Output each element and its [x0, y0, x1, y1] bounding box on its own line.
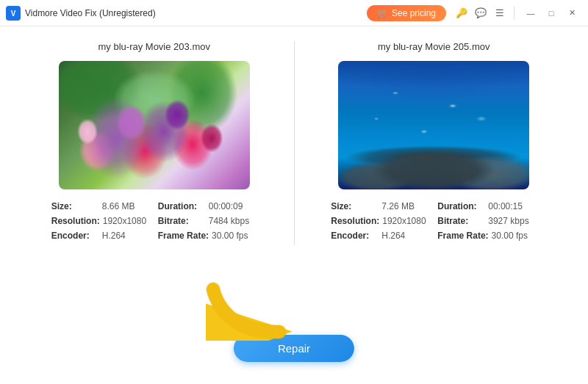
- right-encoder-label: Encoder:: [331, 231, 379, 241]
- left-framerate-label: Frame Rate:: [158, 231, 209, 241]
- left-info-row-1: Size: 8.66 MB Duration: 00:00:09: [51, 201, 257, 211]
- svg-text:V: V: [11, 10, 16, 18]
- left-info-row-3: Encoder: H.264 Frame Rate: 30.00 fps: [51, 231, 257, 241]
- video-panels: my blu-ray Movie 203.mov Size: 8.66 MB D…: [29, 41, 559, 245]
- left-framerate-cell: Frame Rate: 30.00 fps: [158, 231, 257, 241]
- key-icon[interactable]: 🔑: [453, 5, 470, 21]
- flowers-image: [59, 61, 250, 189]
- right-video-title: my blu-ray Movie 205.mov: [378, 41, 490, 52]
- left-encoder-label: Encoder:: [51, 231, 99, 241]
- pricing-button[interactable]: 🛒 See pricing: [367, 5, 446, 21]
- left-video-title: my blu-ray Movie 203.mov: [98, 41, 210, 52]
- divider: [514, 7, 514, 20]
- right-resolution-cell: Resolution: 1920x1080: [331, 216, 430, 226]
- left-duration-label: Duration:: [158, 201, 206, 211]
- arrow-container: [206, 282, 301, 344]
- left-duration-cell: Duration: 00:00:09: [158, 201, 257, 211]
- right-duration-cell: Duration: 00:00:15: [437, 201, 537, 211]
- left-info-row-2: Resolution: 1920x1080 Bitrate: 7484 kbps: [51, 216, 257, 226]
- right-resolution-value: 1920x1080: [382, 216, 426, 226]
- right-framerate-value: 30.00 fps: [492, 231, 528, 241]
- left-bitrate-cell: Bitrate: 7484 kbps: [158, 216, 257, 226]
- left-resolution-label: Resolution:: [51, 216, 100, 226]
- app-title: Vidmore Video Fix (Unregistered): [25, 8, 367, 18]
- repair-label: Repair: [278, 342, 310, 355]
- left-resolution-cell: Resolution: 1920x1080: [51, 216, 151, 226]
- left-duration-value: 00:00:09: [209, 201, 243, 211]
- right-panel: my blu-ray Movie 205.mov Size: 7.26 MB D…: [309, 41, 559, 245]
- left-framerate-value: 30.00 fps: [212, 231, 248, 241]
- right-info-row-3: Encoder: H.264 Frame Rate: 30.00 fps: [331, 231, 537, 241]
- maximize-button[interactable]: □: [541, 3, 562, 23]
- ocean-image: [338, 61, 529, 189]
- minimize-button[interactable]: —: [520, 3, 541, 23]
- right-bitrate-value: 3927 kbps: [488, 216, 528, 226]
- right-framerate-label: Frame Rate:: [437, 231, 488, 241]
- left-thumbnail: [59, 61, 250, 189]
- right-size-value: 7.26 MB: [381, 201, 415, 211]
- right-bitrate-label: Bitrate:: [437, 216, 485, 226]
- toolbar-icons: 🔑 💬 ☰: [453, 5, 508, 21]
- left-size-value: 8.66 MB: [102, 201, 135, 211]
- close-button[interactable]: ✕: [562, 3, 582, 23]
- left-bitrate-label: Bitrate:: [158, 216, 206, 226]
- right-bitrate-cell: Bitrate: 3927 kbps: [437, 216, 537, 226]
- pricing-label: See pricing: [392, 8, 436, 18]
- window-controls: — □ ✕: [520, 3, 582, 23]
- chat-icon[interactable]: 💬: [473, 5, 489, 21]
- right-thumbnail: [338, 61, 529, 189]
- arrow-icon: [206, 282, 301, 341]
- right-duration-value: 00:00:15: [488, 201, 523, 211]
- main-content: my blu-ray Movie 203.mov Size: 8.66 MB D…: [0, 26, 588, 384]
- left-encoder-cell: Encoder: H.264: [51, 231, 151, 241]
- left-size-label: Size:: [51, 201, 99, 211]
- right-framerate-cell: Frame Rate: 30.00 fps: [437, 231, 537, 241]
- app-logo: V: [6, 6, 21, 21]
- right-resolution-label: Resolution:: [331, 216, 379, 226]
- left-encoder-value: H.264: [102, 231, 126, 241]
- right-size-label: Size:: [331, 201, 379, 211]
- left-panel: my blu-ray Movie 203.mov Size: 8.66 MB D…: [29, 41, 279, 245]
- left-size-cell: Size: 8.66 MB: [51, 201, 151, 211]
- title-bar: V Vidmore Video Fix (Unregistered) 🛒 See…: [0, 0, 588, 26]
- right-video-info: Size: 7.26 MB Duration: 00:00:15 Resolut…: [331, 201, 537, 245]
- menu-icon[interactable]: ☰: [492, 5, 508, 21]
- right-duration-label: Duration:: [437, 201, 485, 211]
- right-encoder-cell: Encoder: H.264: [331, 231, 430, 241]
- left-bitrate-value: 7484 kbps: [209, 216, 249, 226]
- right-info-row-2: Resolution: 1920x1080 Bitrate: 3927 kbps: [331, 216, 537, 226]
- left-video-info: Size: 8.66 MB Duration: 00:00:09 Resolut…: [51, 201, 257, 245]
- left-resolution-value: 1920x1080: [103, 216, 146, 226]
- cart-icon: 🛒: [377, 8, 388, 18]
- right-info-row-1: Size: 7.26 MB Duration: 00:00:15: [331, 201, 537, 211]
- right-size-cell: Size: 7.26 MB: [331, 201, 430, 211]
- panel-divider: [294, 41, 295, 245]
- right-encoder-value: H.264: [381, 231, 405, 241]
